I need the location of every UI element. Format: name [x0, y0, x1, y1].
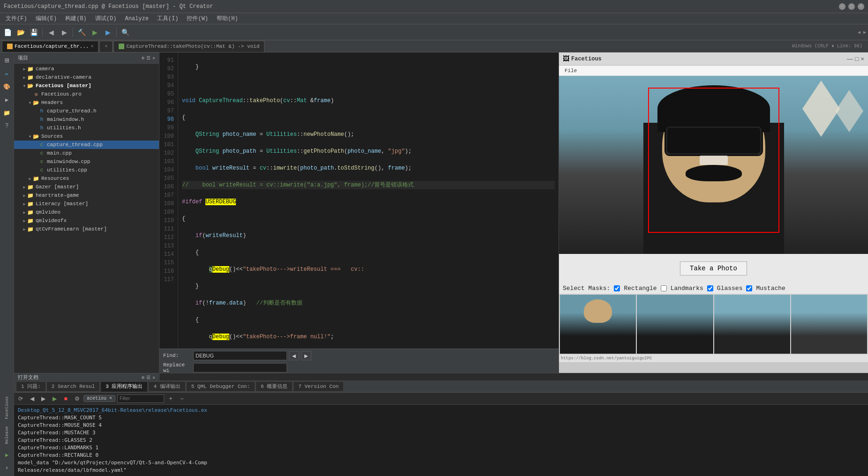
output-filter-input[interactable] [117, 394, 164, 403]
sidebar-btn-2[interactable]: ☰ [146, 55, 151, 61]
toolbar-save[interactable]: 💾 [28, 27, 39, 38]
tree-item-camera[interactable]: ▶ 📁 camera [14, 65, 159, 73]
tree-item-mainwindow-h[interactable]: h mainwindow.h [14, 115, 159, 124]
mask-landmarks-checkbox[interactable] [661, 285, 667, 291]
toolbar-forward[interactable]: ▶ [59, 27, 70, 38]
toolbar-new[interactable]: 📄 [2, 27, 13, 38]
tab-close-2[interactable]: × [105, 44, 107, 49]
menu-controls[interactable]: 控件(W) [183, 14, 212, 23]
open-files-btn2[interactable]: ☰ [146, 375, 151, 380]
menu-file[interactable]: 文件(F) [2, 14, 31, 23]
toolbar-build[interactable]: 🔨 [76, 27, 87, 38]
tab-capture-thread[interactable]: Facetious/capture_thr... × [2, 41, 98, 52]
toolbar-run[interactable]: ▶ [89, 27, 100, 38]
toolbar-debug-run[interactable]: ▶ [102, 27, 113, 38]
code-area[interactable]: 9192939495969798991001011021031041051061… [159, 52, 559, 349]
thumbnail-3[interactable] [714, 295, 790, 354]
output-prev[interactable]: ◀ [27, 394, 37, 403]
find-input[interactable] [193, 351, 287, 360]
sidebar-btn-3[interactable]: ✕ [152, 55, 155, 61]
thumbnail-4[interactable] [791, 295, 867, 354]
tree-item-gazer[interactable]: ▶ 📁 Gazer [master] [14, 183, 159, 191]
close-button[interactable]: × [858, 3, 864, 10]
output-settings[interactable]: ⚙ [72, 394, 82, 403]
tab-capture-thread-close[interactable]: × [99, 41, 113, 52]
app-label-release: Release [5, 426, 9, 444]
maximize-button[interactable]: □ [848, 3, 855, 10]
menu-analyze[interactable]: Analyze [121, 15, 152, 23]
mask-glasses-checkbox[interactable] [707, 285, 713, 291]
tree-item-literacy[interactable]: ▶ 📁 Literacy [master] [14, 200, 159, 208]
tab-close-1[interactable]: × [91, 44, 93, 49]
preview-close[interactable]: × [860, 55, 864, 62]
app-icon-debug[interactable]: ▶ [1, 94, 13, 106]
app-icon-projects[interactable]: 📁 [1, 107, 13, 119]
output-next[interactable]: ▶ [38, 394, 48, 403]
tree-item-utilities-h[interactable]: h utilities.h [14, 124, 159, 132]
tree-item-resources[interactable]: ▶ 📁 Resources [14, 174, 159, 183]
output-tab-problems[interactable]: 1 问题: [16, 381, 46, 392]
filter-chip-close[interactable]: × [109, 396, 112, 401]
tree-item-facetious-pro[interactable]: ⚙ Facetious.pro [14, 90, 159, 98]
tree-item-qmlvideo[interactable]: ▶ 📁 qmlvideo [14, 208, 159, 216]
tree-item-declarative-camera[interactable]: ▶ 📁 declarative-camera [14, 73, 159, 82]
app-icon-run[interactable]: ▶ [1, 449, 13, 461]
tree-item-capture-thread-cpp[interactable]: c capture_thread.cpp [14, 141, 159, 149]
mask-rectangle-checkbox[interactable] [614, 285, 620, 291]
find-prev[interactable]: ◀ [289, 351, 299, 360]
menu-tools[interactable]: 工具(I) [153, 14, 182, 23]
output-filter-remove[interactable]: − [177, 394, 187, 403]
tree-item-qmlvideofx[interactable]: ▶ 📁 qmlvideofx [14, 216, 159, 225]
find-next[interactable]: ▶ [301, 351, 311, 360]
menu-build[interactable]: 构建(B) [61, 14, 91, 23]
preview-minimize[interactable]: — [847, 55, 853, 62]
output-tab-qml[interactable]: 5 QML Debugger Con: [186, 381, 255, 392]
preview-menu-file[interactable]: File [563, 68, 579, 74]
app-icon-edit[interactable]: ✏ [1, 67, 13, 80]
open-files-btn3[interactable]: ✕ [152, 375, 155, 380]
output-tab-compile[interactable]: 4 编译输出 [148, 381, 185, 392]
output-stop[interactable]: ■ [61, 394, 70, 403]
menu-edit[interactable]: 编辑(E) [32, 14, 61, 23]
status-url: https://blog.csdn.net/yantuiguiguIPC [561, 356, 652, 361]
tree-item-capture-thread-h[interactable]: h capture_thread.h [14, 107, 159, 115]
toolbar-search[interactable]: 🔍 [120, 27, 131, 38]
menu-debug[interactable]: 调试(D) [91, 14, 121, 23]
tree-item-utilities-cpp[interactable]: c utilities.cpp [14, 166, 159, 174]
tab-function[interactable]: CaptureThread::takePhoto(cv::Mat &) -> v… [113, 41, 264, 52]
mask-mustache-checkbox[interactable] [746, 285, 752, 291]
tree-item-headers[interactable]: ▼ 📂 Headers [14, 98, 159, 107]
tree-item-facetious[interactable]: ▼ 📂 Facetious [master] [14, 82, 159, 90]
menu-help[interactable]: 帮助(H) [213, 14, 242, 23]
app-icon-help[interactable]: ? [1, 120, 13, 132]
app-icon-bottom[interactable]: ⚡ [1, 462, 13, 474]
thumbnail-1[interactable] [560, 295, 636, 354]
replace-input[interactable] [193, 363, 287, 372]
folder-icon-sources: 📂 [33, 133, 39, 140]
folder-icon-literacy: 📁 [27, 201, 34, 207]
tree-item-main-cpp[interactable]: c main.cpp [14, 149, 159, 157]
thumbnail-2[interactable] [637, 295, 713, 354]
output-tab-search[interactable]: 2 Search Resul [46, 381, 100, 392]
toolbar-back[interactable]: ◀ [45, 27, 57, 38]
output-tab-version[interactable]: 7 Version Con [293, 381, 344, 392]
output-filter-add[interactable]: + [166, 394, 175, 403]
app-icon-design[interactable]: 🎨 [1, 81, 13, 93]
output-tab-summary[interactable]: 6 概要信息 [256, 381, 293, 392]
take-photo-button[interactable]: Take a Photo [680, 261, 747, 275]
minimize-button[interactable]: — [839, 3, 845, 10]
output-clear[interactable]: ⟳ [16, 394, 25, 403]
output-run[interactable]: ▶ [50, 394, 59, 403]
toolbar-open[interactable]: 📂 [15, 27, 26, 38]
arrow-mainwindow-cpp [33, 159, 38, 164]
code-content[interactable]: } void CaptureThread::takePhoto(cv::Mat … [178, 52, 559, 349]
sidebar-btn-1[interactable]: ⊕ [142, 55, 144, 61]
open-files-btn1[interactable]: ⊕ [142, 375, 144, 380]
tree-item-qtcvframe[interactable]: ▶ 📁 qtCvFrameLearn [master] [14, 225, 159, 233]
tree-item-heartrate[interactable]: ▶ 📁 heartrate-game [14, 191, 159, 200]
tree-item-mainwindow-cpp[interactable]: c mainwindow.cpp [14, 157, 159, 166]
app-icon-welcome[interactable]: ⊞ [1, 54, 13, 67]
tree-item-sources[interactable]: ▼ 📂 Sources [14, 132, 159, 141]
preview-maximize[interactable]: □ [855, 55, 859, 62]
output-tab-app[interactable]: 3 应用程序输出 [100, 381, 148, 392]
